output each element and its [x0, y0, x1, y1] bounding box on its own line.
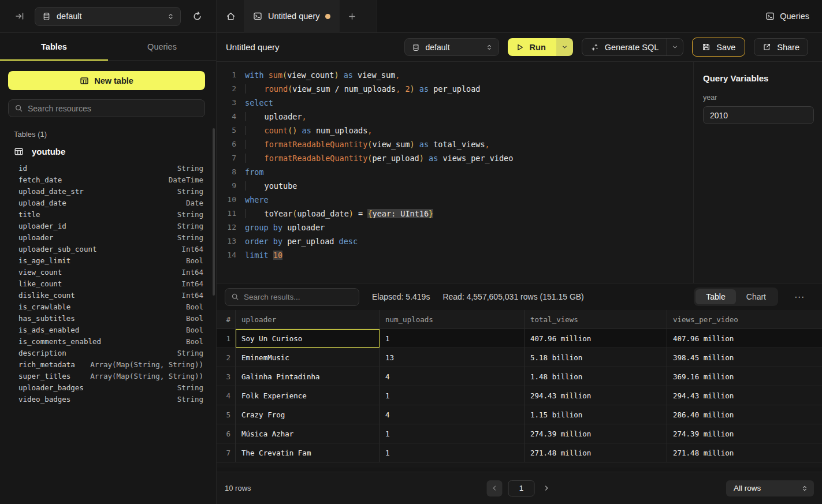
run-button[interactable]: Run	[508, 38, 556, 56]
code-line[interactable]: 8from	[221, 165, 693, 179]
table-cell[interactable]: Crazy Frog	[236, 405, 380, 424]
schema-column-row[interactable]: upload_date_strString	[8, 185, 204, 197]
tab-tables[interactable]: Tables	[0, 33, 108, 60]
schema-column-row[interactable]: fetch_dateDateTime	[8, 174, 204, 185]
page-size-selector[interactable]: All rows	[726, 480, 814, 496]
table-cell[interactable]: 13	[380, 348, 525, 367]
results-header-cell[interactable]: views_per_video	[667, 310, 822, 328]
schema-column-row[interactable]: has_subtitlesBool	[8, 312, 204, 324]
database-selector[interactable]: default	[35, 7, 181, 26]
table-cell[interactable]: 294.43 million	[525, 386, 667, 405]
results-header-cell[interactable]: num_uploads	[380, 310, 525, 328]
table-cell[interactable]: 4	[380, 405, 525, 424]
table-cell[interactable]: EminemMusic	[236, 348, 380, 367]
code-line[interactable]: 3select	[221, 96, 693, 110]
generate-sql-button[interactable]: Generate SQL	[582, 39, 667, 55]
sidebar-table-youtube[interactable]: youtube	[14, 147, 204, 156]
schema-column-row[interactable]: is_crawlableBool	[8, 301, 204, 312]
toolbar-database-selector[interactable]: default	[404, 38, 499, 56]
code-line[interactable]: 1with sum(view_count) as view_sum,	[221, 68, 693, 82]
toggle-chart[interactable]: Chart	[736, 289, 776, 304]
results-header-cell[interactable]: total_views	[525, 310, 667, 328]
home-button[interactable]	[222, 8, 239, 25]
code-line[interactable]: 2 round(view_sum / num_uploads, 2) as pe…	[221, 82, 693, 96]
schema-column-row[interactable]: uploader_idString	[8, 220, 204, 232]
schema-column-row[interactable]: upload_dateDate	[8, 197, 204, 208]
search-results-input[interactable]	[244, 293, 353, 301]
tab-queries[interactable]: Queries	[108, 33, 216, 60]
current-page[interactable]: 1	[508, 480, 535, 496]
code-line[interactable]: 6 formatReadableQuantity(view_sum) as to…	[221, 137, 693, 151]
schema-column-row[interactable]: rich_metadataArray(Map(String, String))	[8, 359, 204, 370]
table-cell[interactable]: 1.48 billion	[525, 367, 667, 386]
code-text: limit 10	[245, 248, 282, 262]
schema-column-row[interactable]: like_countInt64	[8, 278, 204, 289]
table-cell[interactable]: 286.40 million	[667, 405, 822, 424]
table-cell[interactable]: 4	[380, 367, 525, 386]
toggle-table[interactable]: Table	[695, 289, 735, 304]
next-page-button[interactable]	[541, 480, 552, 496]
schema-column-row[interactable]: view_countInt64	[8, 266, 204, 278]
new-tab-button[interactable]	[344, 9, 360, 24]
code-line[interactable]: 9 youtube	[221, 179, 693, 193]
sidebar-scrollbar[interactable]	[213, 128, 215, 296]
generate-sql-options-button[interactable]	[667, 39, 683, 55]
code-line[interactable]: 4 uploader,	[221, 110, 693, 124]
table-cell[interactable]: 274.39 million	[525, 424, 667, 443]
schema-column-row[interactable]: uploaderString	[8, 232, 204, 243]
schema-column-row[interactable]: descriptionString	[8, 347, 204, 359]
table-cell[interactable]: 274.39 million	[667, 424, 822, 443]
table-cell[interactable]: 1	[380, 424, 525, 443]
code-line[interactable]: 7 formatReadableQuantity(per_upload) as …	[221, 151, 693, 165]
code-line[interactable]: 10where	[221, 193, 693, 207]
table-cell[interactable]: 407.96 million	[667, 329, 822, 348]
table-cell[interactable]: Folk Experience	[236, 386, 380, 405]
results-header-cell[interactable]: #	[217, 310, 236, 328]
schema-column-row[interactable]: is_age_limitBool	[8, 255, 204, 266]
new-table-button[interactable]: New table	[8, 71, 205, 90]
queries-button[interactable]: Queries	[765, 12, 809, 21]
table-cell[interactable]: 5.18 billion	[525, 348, 667, 367]
table-cell[interactable]: Galinha Pintadinha	[236, 367, 380, 386]
table-cell[interactable]: Música Azhar	[236, 424, 380, 443]
schema-column-row[interactable]: video_badgesString	[8, 393, 204, 405]
schema-column-row[interactable]: titleString	[8, 208, 204, 220]
schema-column-row[interactable]: uploader_sub_countInt64	[8, 243, 204, 255]
collapse-sidebar-button[interactable]	[12, 8, 28, 24]
refresh-button[interactable]	[189, 8, 206, 25]
table-cell[interactable]: 407.96 million	[525, 329, 667, 348]
code-line[interactable]: 12group by uploader	[221, 221, 693, 234]
code-line[interactable]: 11 toYear(upload_date) = {year: UInt16}	[221, 207, 693, 221]
table-name: youtube	[32, 147, 65, 156]
save-button[interactable]: Save	[692, 38, 745, 57]
table-cell[interactable]: Soy Un Curioso	[236, 329, 380, 348]
table-cell[interactable]: 1.15 billion	[525, 405, 667, 424]
code-line[interactable]: 5 count() as num_uploads,	[221, 124, 693, 137]
table-cell[interactable]: 271.48 million	[667, 443, 822, 462]
schema-column-row[interactable]: is_ads_enabledBool	[8, 324, 204, 335]
schema-column-row[interactable]: uploader_badgesString	[8, 382, 204, 393]
code-line[interactable]: 13order by per_upload desc	[221, 234, 693, 248]
table-cell[interactable]: 1	[380, 329, 525, 348]
schema-column-row[interactable]: idString	[8, 162, 204, 174]
table-cell[interactable]: 398.45 million	[667, 348, 822, 367]
table-cell[interactable]: 294.43 million	[667, 386, 822, 405]
sql-editor[interactable]: 1with sum(view_count) as view_sum,2 roun…	[217, 62, 693, 283]
tab-untitled-query[interactable]: Untitled query	[244, 0, 340, 33]
run-options-button[interactable]	[556, 38, 573, 56]
schema-column-row[interactable]: is_comments_enabledBool	[8, 335, 204, 347]
table-cell[interactable]: 271.48 million	[525, 443, 667, 462]
schema-column-row[interactable]: super_titlesArray(Map(String, String))	[8, 370, 204, 382]
table-cell[interactable]: The Crevatin Fam	[236, 443, 380, 462]
share-button[interactable]: Share	[754, 38, 808, 56]
more-options-button[interactable]: ⋯	[791, 289, 808, 305]
prev-page-button[interactable]	[487, 480, 503, 496]
table-cell[interactable]: 1	[380, 386, 525, 405]
table-cell[interactable]: 369.16 million	[667, 367, 822, 386]
schema-column-row[interactable]: dislike_countInt64	[8, 289, 204, 301]
search-resources-input[interactable]	[28, 104, 199, 113]
variable-year-input[interactable]	[703, 106, 814, 124]
code-line[interactable]: 14limit 10	[221, 248, 693, 262]
results-header-cell[interactable]: uploader	[236, 310, 380, 328]
table-cell[interactable]: 1	[380, 443, 525, 462]
